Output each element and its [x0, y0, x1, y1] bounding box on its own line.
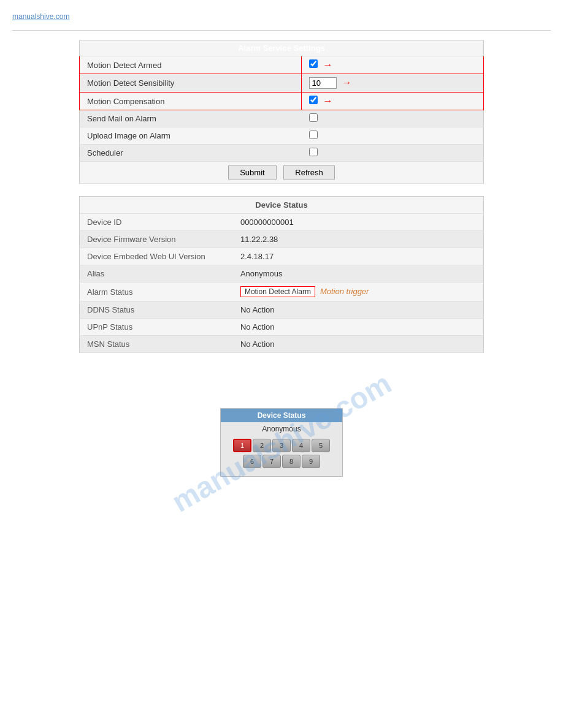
- widget-btn-2[interactable]: 2: [253, 439, 271, 452]
- widget-btn-5[interactable]: 5: [312, 439, 330, 452]
- status-label-1: Device Firmware Version: [80, 231, 233, 248]
- widget-btn-4[interactable]: 4: [292, 439, 310, 452]
- status-label-7: MSN Status: [80, 336, 233, 353]
- checkbox-0[interactable]: [309, 59, 318, 68]
- submit-button[interactable]: Submit: [228, 165, 276, 180]
- alarm-row-label-1: Motion Detect Sensibility: [80, 74, 302, 93]
- status-value-6: No Action: [233, 319, 484, 336]
- alarm-row-label-5: Scheduler: [80, 145, 302, 162]
- status-value-1: 11.22.2.38: [233, 231, 484, 248]
- alarm-settings-table: Alarm Service Settings Motion Detect Arm…: [79, 40, 484, 184]
- status-label-4: Alarm Status: [80, 282, 233, 301]
- widget-btn-9[interactable]: 9: [302, 455, 320, 468]
- status-label-6: UPnP Status: [80, 319, 233, 336]
- status-value-2: 2.4.18.17: [233, 248, 484, 265]
- checkbox-3[interactable]: [309, 113, 318, 122]
- alarm-row-label-0: Motion Detect Armed: [80, 56, 302, 74]
- status-value-5: No Action: [233, 301, 484, 319]
- alarm-row-label-4: Upload Image on Alarm: [80, 127, 302, 145]
- device-status-table: Device Status Device ID000000000001Devic…: [79, 196, 484, 353]
- widget-btn-7[interactable]: 7: [262, 455, 281, 468]
- alarm-settings-title: Alarm Service Settings: [80, 40, 484, 56]
- status-label-3: Alias: [80, 265, 233, 282]
- alarm-row-value-2[interactable]: →: [302, 93, 484, 110]
- widget-btn-3[interactable]: 3: [272, 439, 291, 452]
- widget-btn-1[interactable]: 1: [233, 439, 251, 452]
- top-link[interactable]: manualshive.com: [12, 12, 551, 21]
- checkbox-2[interactable]: [309, 96, 318, 104]
- arrow-icon-0: →: [323, 59, 332, 70]
- widget-row-1: 12345: [221, 438, 342, 453]
- checkbox-4[interactable]: [309, 131, 318, 139]
- alarm-badge: Motion Detect Alarm: [240, 286, 315, 297]
- alarm-row-value-3[interactable]: [302, 110, 484, 127]
- alarm-row-value-5[interactable]: [302, 145, 484, 162]
- status-label-2: Device Embeded Web UI Version: [80, 248, 233, 265]
- device-widget: Device Status Anonymous 12345 6789: [220, 408, 343, 477]
- status-label-5: DDNS Status: [80, 301, 233, 319]
- alarm-row-label-2: Motion Compensation: [80, 93, 302, 110]
- number-input-1[interactable]: [309, 77, 337, 89]
- checkbox-5[interactable]: [309, 148, 318, 156]
- status-value-0: 000000000001: [233, 214, 484, 231]
- widget-btn-8[interactable]: 8: [282, 455, 301, 468]
- widget-alias: Anonymous: [221, 422, 342, 437]
- alarm-row-value-0[interactable]: →: [302, 56, 484, 74]
- status-value-4: Motion Detect AlarmMotion trigger: [233, 282, 484, 301]
- status-label-0: Device ID: [80, 214, 233, 231]
- motion-trigger-text: Motion trigger: [320, 287, 369, 296]
- device-status-title: Device Status: [80, 197, 484, 214]
- arrow-icon-2: →: [323, 96, 332, 107]
- alarm-row-value-1[interactable]: →: [302, 74, 484, 93]
- widget-btn-6[interactable]: 6: [243, 455, 261, 468]
- status-value-3: Anonymous: [233, 265, 484, 282]
- refresh-button[interactable]: Refresh: [283, 165, 335, 180]
- status-value-7: No Action: [233, 336, 484, 353]
- alarm-row-label-3: Send Mail on Alarm: [80, 110, 302, 127]
- arrow-icon-1: →: [342, 77, 351, 88]
- widget-row-2: 6789: [221, 454, 342, 469]
- widget-title: Device Status: [221, 409, 342, 422]
- alarm-row-value-4[interactable]: [302, 127, 484, 145]
